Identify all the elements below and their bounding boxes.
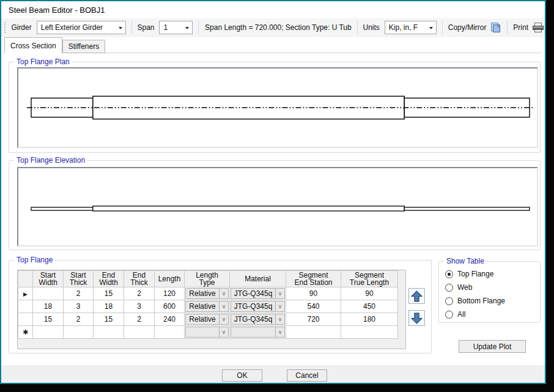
row-header-current[interactable]: ▶	[18, 287, 33, 300]
toolbar-grip-handle[interactable]	[4, 21, 6, 34]
segment-datagrid: StartWidth StartThick EndWidth EndThick …	[17, 270, 406, 349]
cell-segment-true-length[interactable]: 180	[341, 313, 398, 326]
span-label: Span	[137, 23, 154, 32]
printer-icon	[531, 22, 545, 33]
cell-start-width[interactable]: 18	[33, 300, 64, 313]
cell-start-thick[interactable]: 3	[64, 300, 94, 313]
chevron-down-icon[interactable]: ∨	[275, 288, 285, 299]
col-header-start-width[interactable]: StartWidth	[33, 271, 64, 287]
chevron-down-icon[interactable]: ∨	[275, 327, 285, 338]
cell-start-width-selected[interactable]: 15	[33, 287, 64, 300]
radio-bottom-flange[interactable]: Bottom Flange	[445, 297, 505, 305]
cell-length-type-dropdown-empty[interactable]: ∨	[185, 326, 230, 339]
chevron-down-icon[interactable]: ∨	[219, 288, 229, 299]
row-header[interactable]	[18, 300, 33, 313]
tab-stiffeners[interactable]: Stiffeners	[62, 40, 105, 53]
cell-segment-end-station-empty[interactable]	[286, 326, 341, 339]
cell-segment-end-station[interactable]: 540	[286, 300, 341, 313]
cell-end-thick[interactable]: 3	[124, 300, 155, 313]
top-flange-plan-title: Top Flange Plan	[14, 57, 72, 66]
down-arrow-icon	[411, 312, 423, 324]
cell-end-thick[interactable]: 2	[124, 313, 155, 326]
chevron-down-icon[interactable]: ∨	[275, 301, 285, 312]
girder-value: Left Exterior Girder	[41, 23, 103, 32]
span-select[interactable]: 1	[159, 21, 193, 34]
cell-end-width[interactable]: 15	[94, 313, 124, 326]
tab-cross-section[interactable]: Cross Section	[4, 37, 62, 53]
print-label: Print	[513, 23, 528, 32]
chevron-down-icon	[185, 27, 189, 29]
radio-button-icon	[445, 311, 453, 319]
table-new-row: ✱ ∨ ∨	[18, 326, 398, 339]
radio-top-flange[interactable]: Top Flange	[445, 270, 493, 278]
radio-web[interactable]: Web	[445, 283, 472, 292]
chevron-down-icon[interactable]: ∨	[219, 327, 229, 338]
top-flange-elevation-group: Top Flange Elevation	[9, 160, 541, 250]
cell-length-empty[interactable]	[155, 326, 185, 339]
cell-segment-true-length-empty[interactable]	[341, 326, 398, 339]
move-row-down-button[interactable]	[408, 310, 425, 326]
cell-start-thick-empty[interactable]	[64, 326, 94, 339]
copy-mirror-button[interactable]: Copy/Mirror	[448, 22, 502, 33]
girder-select[interactable]: Left Exterior Girder	[37, 21, 126, 34]
row-header[interactable]	[18, 313, 33, 326]
units-select[interactable]: Kip, in, F	[385, 21, 437, 34]
title-bar: Steel Beam Editor - BOBJ1	[1, 1, 545, 18]
cell-end-width-empty[interactable]	[94, 326, 124, 339]
span-value: 1	[163, 23, 168, 32]
cell-length[interactable]: 240	[155, 313, 185, 326]
table-row: 15 2 15 2 240 Relative∨ JTG-Q345q∨ 720 1…	[18, 313, 398, 326]
cell-start-thick[interactable]: 2	[64, 287, 94, 300]
cell-material-dropdown[interactable]: JTG-Q345q∨	[230, 313, 286, 326]
radio-all[interactable]: All	[445, 310, 465, 319]
chevron-down-icon[interactable]: ∨	[275, 314, 285, 325]
col-header-segment-end-station[interactable]: SegmentEnd Station	[286, 271, 341, 287]
col-header-end-thick[interactable]: EndThick	[124, 271, 155, 287]
cell-segment-end-station[interactable]: 720	[286, 313, 341, 326]
cell-segment-true-length[interactable]: 90	[341, 287, 398, 300]
cell-length[interactable]: 120	[155, 287, 185, 300]
chevron-down-icon	[119, 27, 122, 29]
col-header-segment-true-length[interactable]: SegmentTrue Length	[341, 271, 398, 287]
corner-header[interactable]	[18, 271, 33, 287]
show-table-group: Show Table Top Flange Web Bottom Flange …	[438, 261, 541, 323]
new-row-header[interactable]: ✱	[18, 326, 33, 339]
cell-start-width[interactable]: 15	[33, 313, 64, 326]
cell-length-type-dropdown[interactable]: Relative∨	[185, 300, 230, 313]
table-row: 18 3 18 3 600 Relative∨ JTG-Q345q∨ 540 4…	[18, 300, 398, 313]
col-header-length[interactable]: Length	[155, 271, 185, 287]
cell-length-type-dropdown[interactable]: Relative∨	[185, 287, 230, 300]
cell-segment-true-length[interactable]: 450	[341, 300, 398, 313]
show-table-title: Show Table	[444, 257, 487, 265]
cell-end-thick[interactable]: 2	[124, 287, 155, 300]
print-button[interactable]: Print	[513, 22, 545, 33]
table-row: ▶ 15 2 15 2 120 Relative∨ JTG-Q345q∨ 90 …	[18, 287, 398, 300]
col-header-start-thick[interactable]: StartThick	[64, 271, 94, 287]
girder-label: Girder	[11, 23, 31, 32]
cell-segment-end-station[interactable]: 90	[286, 287, 341, 300]
cell-material-dropdown[interactable]: JTG-Q345q∨	[230, 287, 286, 300]
cell-start-width-empty[interactable]	[33, 326, 64, 339]
chevron-down-icon[interactable]: ∨	[219, 301, 229, 312]
radio-label: Web	[457, 283, 472, 292]
col-header-length-type[interactable]: LengthType	[185, 271, 230, 287]
ok-button[interactable]: OK	[222, 369, 262, 382]
cancel-button[interactable]: Cancel	[287, 369, 327, 382]
col-header-end-width[interactable]: EndWidth	[94, 271, 124, 287]
radio-label: Bottom Flange	[457, 297, 505, 305]
cell-material-dropdown[interactable]: JTG-Q345q∨	[230, 300, 286, 313]
update-plot-button[interactable]: Update Plot	[459, 340, 526, 353]
steel-beam-editor-window: Steel Beam Editor - BOBJ1 Girder Left Ex…	[0, 0, 546, 384]
cell-start-thick[interactable]: 2	[64, 313, 94, 326]
chevron-down-icon[interactable]: ∨	[219, 314, 229, 325]
cell-end-thick-empty[interactable]	[124, 326, 155, 339]
cell-material-dropdown-empty[interactable]: ∨	[230, 326, 286, 339]
cell-end-width[interactable]: 15	[94, 287, 124, 300]
cell-length[interactable]: 600	[155, 300, 185, 313]
toolbar-separator	[198, 21, 199, 34]
cell-length-type-dropdown[interactable]: Relative∨	[185, 313, 230, 326]
cell-end-width[interactable]: 18	[94, 300, 124, 313]
col-header-material[interactable]: Material	[230, 271, 286, 287]
up-arrow-icon	[411, 290, 423, 302]
move-row-up-button[interactable]	[408, 288, 425, 304]
